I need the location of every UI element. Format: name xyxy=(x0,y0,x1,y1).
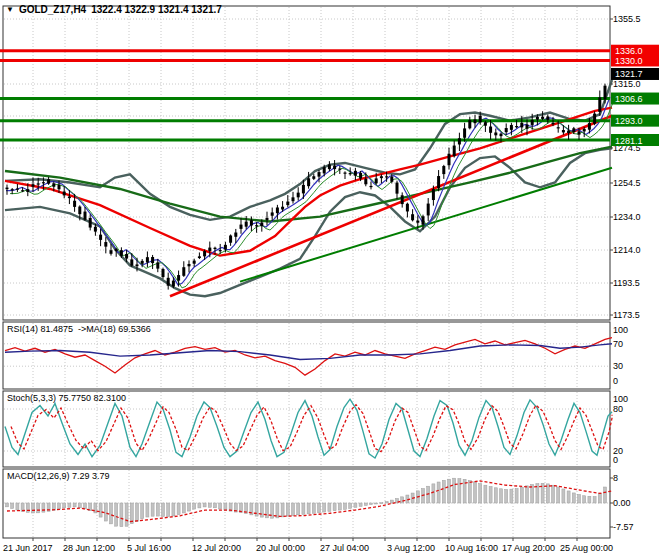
macd-histogram-bar xyxy=(266,503,269,518)
macd-histogram-bar xyxy=(583,496,586,503)
candle-body xyxy=(292,197,295,201)
candle-body xyxy=(593,114,596,124)
macd-histogram-bar xyxy=(162,503,165,517)
macd-histogram-bar xyxy=(515,489,518,503)
macd-histogram-bar xyxy=(198,503,201,508)
macd-histogram-bar xyxy=(11,503,14,509)
time-axis-label: 10 Aug 16:00 xyxy=(445,543,498,553)
macd-histogram-bar xyxy=(458,479,461,503)
candle-body xyxy=(411,214,414,220)
stoch-scale-label: 80 xyxy=(613,404,623,414)
macd-histogram-bar xyxy=(286,503,289,516)
candle-body xyxy=(557,127,560,128)
macd-histogram-bar xyxy=(593,497,596,503)
rsi-scale-label: 30 xyxy=(613,361,623,371)
macd-histogram-bar xyxy=(380,503,383,504)
macd-histogram-bar xyxy=(307,503,310,514)
candle-body xyxy=(234,233,237,237)
macd-histogram-bar xyxy=(208,503,211,507)
chart-title-bar: ▼ GOLD_Z17,H4 1322.4 1322.9 1321.4 1321.… xyxy=(6,4,222,15)
macd-histogram-bar xyxy=(188,503,191,511)
candle-body xyxy=(453,146,456,157)
rsi-indicator-label: RSI(14) 81.4875 ->MA(18) 69.5366 xyxy=(7,324,151,334)
macd-histogram-bar xyxy=(115,503,118,526)
candle-body xyxy=(6,188,9,190)
candle-body xyxy=(463,128,466,137)
macd-histogram-bar xyxy=(68,503,71,507)
candle-body xyxy=(588,123,591,130)
macd-histogram-bar xyxy=(151,503,154,516)
candle-body xyxy=(208,248,211,251)
macd-histogram-bar xyxy=(6,503,9,507)
candle-body xyxy=(42,182,45,183)
candle-body xyxy=(583,129,586,132)
candle-body xyxy=(349,173,352,174)
candle-body xyxy=(572,128,575,132)
macd-histogram-bar xyxy=(557,487,560,503)
macd-histogram-bar xyxy=(58,503,61,509)
macd-histogram-bar xyxy=(370,503,373,505)
macd-histogram-bar xyxy=(224,503,227,510)
macd-histogram-bar xyxy=(437,482,440,503)
candle-body xyxy=(68,197,71,199)
ohlc-values-label: 1322.4 1322.9 1321.4 1321.7 xyxy=(91,4,222,15)
candle-body xyxy=(198,256,201,258)
macd-indicator-label: MACD(12,26,9) 7.29 3.79 xyxy=(7,471,110,481)
candle-body xyxy=(484,122,487,125)
macd-histogram-bar xyxy=(318,503,321,513)
candle-body xyxy=(115,249,118,251)
chart-collapse-icon[interactable]: ▼ xyxy=(6,6,14,14)
macd-histogram-bar xyxy=(302,503,305,514)
macd-histogram-bar xyxy=(99,503,102,517)
candle-body xyxy=(58,185,61,189)
candle-body xyxy=(448,154,451,166)
candle-body xyxy=(188,264,191,266)
time-axis-label: 17 Aug 20:00 xyxy=(502,543,555,553)
macd-histogram-bar xyxy=(32,503,35,513)
candle-body xyxy=(333,166,336,170)
candle-body xyxy=(604,86,607,100)
macd-histogram-bar xyxy=(182,503,185,513)
candle-body xyxy=(344,173,347,174)
macd-histogram-bar xyxy=(375,503,378,504)
candle-body xyxy=(468,120,471,128)
macd-histogram-bar xyxy=(479,484,482,503)
macd-histogram-bar xyxy=(141,503,144,519)
candle-body xyxy=(78,207,81,215)
candle-body xyxy=(458,138,461,144)
trading-chart-window: 1355.51315.01274.51254.51234.01214.01193… xyxy=(0,0,660,560)
macd-histogram-bar xyxy=(156,503,159,516)
candle-body xyxy=(146,257,149,262)
candle-body xyxy=(32,184,35,186)
price-axis-label: 1355.5 xyxy=(613,14,641,24)
candle-body xyxy=(390,177,393,182)
macd-histogram-bar xyxy=(474,482,477,503)
macd-histogram-bar xyxy=(73,503,76,507)
candle-body xyxy=(172,281,175,287)
candle-body xyxy=(562,130,565,132)
candle-body xyxy=(193,261,196,264)
candle-body xyxy=(84,212,87,220)
macd-histogram-bar xyxy=(484,485,487,503)
macd-histogram-bar xyxy=(255,503,258,516)
macd-histogram-bar xyxy=(344,503,347,509)
macd-histogram-bar xyxy=(203,503,206,507)
candle-body xyxy=(531,120,534,125)
macd-histogram-bar xyxy=(432,484,435,503)
macd-histogram-bar xyxy=(385,502,388,503)
price-tag-label: 1293.0 xyxy=(615,116,643,126)
macd-histogram-bar xyxy=(442,480,445,503)
candle-body xyxy=(276,207,279,213)
macd-histogram-bar xyxy=(110,503,113,524)
candle-body xyxy=(130,259,133,265)
candle-body xyxy=(125,254,128,259)
macd-histogram-bar xyxy=(510,489,513,503)
rsi-scale-label: 70 xyxy=(613,339,623,349)
candle-body xyxy=(364,179,367,185)
candle-body xyxy=(515,126,518,127)
macd-histogram-bar xyxy=(359,503,362,506)
main-plot-area[interactable] xyxy=(3,6,610,320)
candle-body xyxy=(526,125,529,129)
macd-histogram-bar xyxy=(120,503,123,527)
candle-body xyxy=(546,116,549,119)
